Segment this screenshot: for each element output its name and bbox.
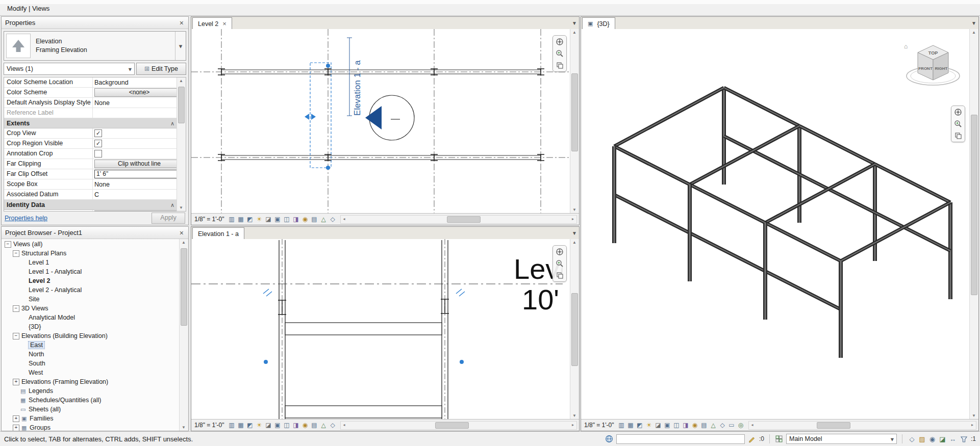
tree-item-label[interactable]: Site [29, 296, 40, 303]
zoom-icon[interactable] [954, 120, 962, 128]
scroll-right-icon[interactable]: ▸ [569, 422, 576, 428]
extent-grip-left[interactable] [264, 360, 268, 364]
scroll-up-icon[interactable]: ▲ [970, 30, 978, 35]
tree-item-label[interactable]: Level 2 - Analytical [29, 286, 82, 294]
tree-item-label[interactable]: Sheets (all) [29, 406, 61, 413]
tree-item-label[interactable]: Analytical Model [29, 314, 75, 321]
collapse-icon[interactable]: − [13, 333, 19, 339]
tree-item-legends[interactable]: ▤Legends [2, 386, 180, 396]
show-analytical-model-icon[interactable]: △ [709, 421, 718, 430]
steering-wheel-icon[interactable] [954, 108, 962, 116]
properties-filter-dropdown[interactable]: Views (1) ▾ [4, 63, 135, 75]
reveal-hidden-elements-icon[interactable]: ◉ [301, 215, 310, 224]
scrollbar-thumb[interactable] [571, 293, 578, 366]
select-underlay-elements-icon[interactable]: ▨ [918, 435, 926, 443]
tree-item-elevations-building-elevation-[interactable]: −Elevations (Building Elevation) [2, 331, 180, 340]
show-crop-region-icon[interactable]: ◫ [283, 215, 291, 224]
extent-grip-right[interactable] [460, 360, 464, 364]
scroll-down-icon[interactable]: ▼ [570, 207, 579, 212]
view-list-chevron-icon[interactable]: ▼ [572, 20, 577, 26]
navigation-bar[interactable] [552, 245, 567, 282]
shadows-icon[interactable]: ◪ [264, 421, 273, 430]
apply-button[interactable]: Apply [152, 213, 185, 224]
workset-dropdown[interactable] [616, 434, 745, 444]
property-value[interactable] [93, 108, 186, 118]
scale-button[interactable]: 1/8" = 1'-0" [194, 422, 224, 429]
scrollbar-thumb[interactable] [817, 422, 850, 429]
tree-item-elevations-framing-elevation-[interactable]: +Elevations (Framing Elevation) [2, 377, 180, 386]
browser-scrollbar[interactable]: ▲ ▼ [179, 239, 188, 431]
thin-lines-icon[interactable]: ▥ [228, 215, 236, 224]
expand-icon[interactable]: + [13, 415, 19, 422]
tree-item-label[interactable]: Level 1 - Analytical [29, 268, 82, 275]
tree-item-label[interactable]: 3D Views [21, 305, 48, 312]
detail-level-icon[interactable]: ▦ [237, 421, 245, 430]
tree-item--3d-[interactable]: {3D} [2, 322, 180, 331]
tree-item-label[interactable]: Legends [29, 387, 53, 395]
property-value[interactable]: C [93, 190, 186, 199]
steering-wheel-icon[interactable] [556, 248, 564, 256]
tree-item-schedules-quantities-all-[interactable]: ▦Schedules/Quantities (all) [2, 396, 180, 405]
elevation-marker-label[interactable]: Elevation 1 - a [353, 60, 362, 116]
scroll-down-icon[interactable]: ▼ [570, 413, 579, 418]
scroll-down-icon[interactable]: ▼ [970, 413, 978, 418]
worksets-icon[interactable] [605, 435, 613, 443]
temporary-view-properties-icon[interactable]: ▤ [700, 421, 709, 430]
pan-icon[interactable] [556, 61, 564, 69]
pan-icon[interactable] [556, 271, 564, 279]
scroll-left-icon[interactable]: ◂ [341, 216, 348, 222]
scale-button[interactable]: 1/8" = 1'-0" [584, 422, 614, 429]
close-icon[interactable]: × [179, 19, 185, 27]
view-list-chevron-icon[interactable]: ▼ [572, 230, 577, 236]
collapse-section-icon[interactable]: ∧ [170, 200, 174, 209]
collapse-icon[interactable]: − [13, 250, 19, 257]
scrollbar-thumb[interactable] [178, 87, 185, 123]
edit-type-button[interactable]: ⊞ Edit Type [136, 63, 186, 75]
tree-item-site[interactable]: Site [2, 295, 180, 304]
close-icon[interactable]: × [179, 229, 185, 237]
show-analytical-model-icon[interactable]: △ [319, 421, 328, 430]
tree-item-west[interactable]: West [2, 368, 180, 377]
scroll-up-icon[interactable]: ▲ [180, 240, 188, 245]
scrollbar-thumb[interactable] [181, 248, 187, 326]
scroll-right-icon[interactable]: ▸ [569, 216, 576, 222]
vertical-scrollbar[interactable]: ▲ ▼ [969, 29, 978, 419]
select-elements-by-face-icon[interactable]: ◪ [938, 435, 947, 443]
tree-item-label[interactable]: Views (all) [13, 241, 42, 248]
horizontal-scrollbar[interactable]: ◂ ▸ [748, 421, 976, 430]
tree-item-level-2-analytical[interactable]: Level 2 - Analytical [2, 285, 180, 295]
reveal-hidden-elements-icon[interactable]: ◉ [301, 421, 310, 430]
property-value[interactable]: None [93, 179, 186, 189]
detail-level-icon[interactable]: ▦ [237, 215, 245, 224]
expand-icon[interactable]: + [13, 379, 19, 385]
tab-3d[interactable]: ▣ {3D} [582, 17, 615, 30]
thin-lines-icon[interactable]: ▥ [228, 421, 236, 430]
close-icon[interactable]: × [222, 20, 227, 28]
property-section-identity-data[interactable]: Identity Data∧ [4, 200, 186, 210]
type-selector[interactable]: Elevation Framing Elevation ▾ [4, 31, 186, 61]
tree-item-label[interactable]: South [29, 360, 45, 367]
sun-path-icon[interactable]: ☀ [645, 421, 654, 430]
three-d-canvas[interactable]: TOP FRONT RIGHT ⌂ ▲ ▼ [581, 29, 978, 419]
select-pinned-elements-icon[interactable]: ◉ [928, 435, 937, 443]
properties-header[interactable]: Properties × [2, 17, 188, 29]
crop-grip-top[interactable] [326, 64, 330, 68]
thin-lines-icon[interactable]: ▥ [617, 421, 626, 430]
sun-path-icon[interactable]: ☀ [255, 421, 264, 430]
scrollbar-thumb[interactable] [971, 115, 977, 295]
plan-canvas[interactable]: Elevation 1 - a ▲ ▼ [191, 29, 579, 213]
collapse-icon[interactable]: − [13, 305, 19, 312]
zoom-icon[interactable] [556, 49, 564, 58]
viewcube-front-label[interactable]: FRONT [918, 66, 933, 71]
tree-item-label[interactable]: North [29, 351, 44, 358]
chevron-down-icon[interactable]: ▾ [175, 32, 186, 60]
collapse-icon[interactable]: − [5, 241, 11, 248]
worksharing-display-icon[interactable]: ◎ [737, 421, 745, 430]
tree-item-level-1-analytical[interactable]: Level 1 - Analytical [2, 267, 180, 276]
viewcube-right-label[interactable]: RIGHT [935, 66, 948, 71]
drag-elements-on-selection-icon[interactable]: ↔ [948, 435, 957, 443]
design-option-dropdown[interactable]: Main Model ▾ [786, 434, 897, 444]
expand-icon[interactable]: + [13, 425, 19, 431]
vertical-scrollbar[interactable]: ▲ ▼ [570, 239, 579, 419]
tree-item-label[interactable]: Elevations (Framing Elevation) [21, 378, 108, 385]
